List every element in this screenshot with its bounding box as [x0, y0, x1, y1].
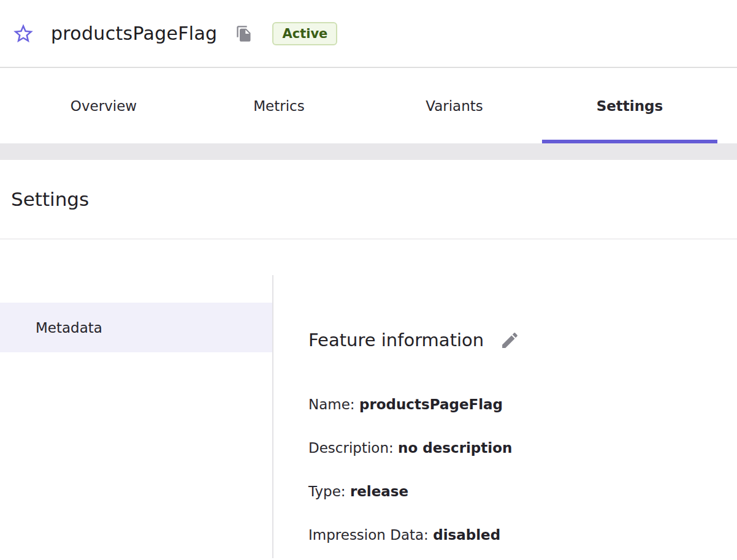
settings-section-title: Settings — [11, 188, 89, 210]
tab-variants[interactable]: Variants — [367, 68, 542, 143]
feature-header: productsPageFlag Active — [0, 0, 737, 68]
tab-settings[interactable]: Settings — [542, 68, 717, 143]
tab-metrics[interactable]: Metrics — [191, 68, 367, 143]
copy-icon — [235, 25, 253, 42]
feature-tabs: Overview Metrics Variants Settings — [0, 68, 737, 143]
settings-section-header: Settings — [0, 160, 737, 240]
feature-information-header: Feature information — [308, 329, 737, 351]
tab-overview[interactable]: Overview — [16, 68, 191, 143]
edit-icon — [500, 330, 520, 350]
favorite-star-button[interactable] — [10, 21, 36, 47]
metadata-field-impression-data: Impression Data: disabled — [308, 526, 737, 544]
metadata-panel: Feature information Name: productsPageFl… — [273, 275, 737, 558]
metadata-fields: Name: productsPageFlag Description: no d… — [308, 395, 737, 544]
field-value: productsPageFlag — [359, 396, 503, 412]
sidebar-item-label: Metadata — [36, 320, 102, 336]
field-value: disabled — [433, 527, 500, 543]
star-icon — [12, 22, 35, 45]
settings-content: Metadata Feature information Name: produ… — [0, 275, 737, 558]
sidebar-item-metadata[interactable]: Metadata — [0, 303, 272, 352]
copy-name-button[interactable] — [234, 24, 254, 44]
settings-sidebar: Metadata — [0, 275, 273, 558]
field-label: Impression Data: — [308, 527, 429, 543]
edit-feature-button[interactable] — [498, 329, 521, 351]
field-value: release — [350, 483, 408, 499]
metadata-field-name: Name: productsPageFlag — [308, 395, 737, 414]
feature-information-title: Feature information — [308, 330, 484, 350]
status-badge: Active — [272, 22, 337, 45]
metadata-field-type: Type: release — [308, 482, 737, 501]
field-label: Type: — [308, 483, 346, 499]
page-title: productsPageFlag — [51, 23, 217, 44]
content-divider-band — [0, 143, 737, 160]
field-label: Description: — [308, 440, 394, 456]
field-value: no description — [398, 440, 512, 456]
metadata-field-description: Description: no description — [308, 439, 737, 457]
field-label: Name: — [308, 396, 355, 412]
